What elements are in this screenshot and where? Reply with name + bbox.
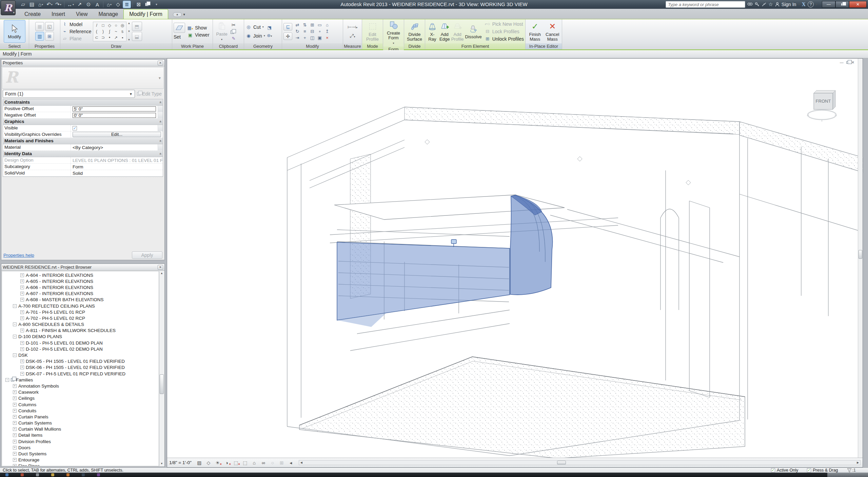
tree-item[interactable]: +Annotation Symbols: [2, 383, 159, 389]
tree-item[interactable]: +A-811 - FINISH & MILLWORK SCHEDULES: [2, 328, 159, 334]
tree-item[interactable]: −A-800 SCHEDULES & DETAILS: [2, 322, 159, 328]
tree-item[interactable]: +Conduits: [2, 408, 159, 414]
help-icon[interactable]: ?: [808, 1, 814, 7]
scroll-left-icon[interactable]: ◀: [299, 460, 304, 465]
minimize-button[interactable]: —: [822, 1, 835, 8]
subscription-key-icon[interactable]: [755, 2, 760, 7]
cancel-mass-button[interactable]: ✕ Cancel Mass: [545, 20, 561, 43]
ribbon-collapse-dropdown-icon[interactable]: ▼: [183, 13, 186, 16]
crop-view-off-icon[interactable]: ⬚×: [233, 460, 239, 465]
draw-tool-icon[interactable]: ◎: [119, 22, 126, 28]
tree-item[interactable]: +A-605 - INTERIOR ELEVATIONS: [2, 278, 159, 284]
customize-qat-icon[interactable]: ▼: [152, 1, 160, 8]
expand-icon[interactable]: +: [20, 292, 24, 295]
expand-icon[interactable]: +: [20, 341, 24, 345]
family-category-icon[interactable]: ◱: [45, 22, 54, 31]
modify-tool-icon[interactable]: ⊟: [309, 28, 316, 35]
property-value[interactable]: <By Category>: [71, 144, 158, 150]
match-type-icon[interactable]: ✎: [231, 36, 237, 41]
draw-tool-icon[interactable]: ▪: [119, 35, 126, 41]
tree-item[interactable]: −Families: [2, 377, 159, 383]
3d-view-scene[interactable]: [167, 59, 863, 458]
property-section-header[interactable]: Constraints«: [3, 99, 163, 106]
modify-tool-icon[interactable]: ⇥: [294, 35, 301, 41]
sync-icon[interactable]: ⌂▾: [37, 1, 45, 8]
panel-label-select[interactable]: Select: [0, 43, 29, 49]
search-input[interactable]: [666, 1, 745, 8]
tree-item[interactable]: +Division Profiles: [2, 438, 159, 444]
expand-icon[interactable]: +: [13, 384, 17, 388]
panel-label-properties[interactable]: Properties: [29, 43, 60, 49]
collapse-section-icon[interactable]: «: [157, 138, 163, 144]
finish-mass-button[interactable]: ✓ Finish Mass: [527, 20, 543, 43]
tree-item[interactable]: +A-604 - INTERIOR ELEVATIONS: [2, 272, 159, 278]
aligned-dimension-icon[interactable]: ↗: [76, 1, 84, 8]
tree-item[interactable]: +D-102 - PH-5 LEVEL 02 DEMO PLAN: [2, 346, 159, 352]
collapse-section-icon[interactable]: «: [157, 151, 163, 157]
ribbon-collapse-icon[interactable]: ▲: [173, 12, 182, 17]
preview-dropdown-icon[interactable]: ▼: [158, 76, 161, 80]
modify-tool-icon[interactable]: ∘: [316, 28, 323, 35]
properties-help-link[interactable]: Properties help: [3, 253, 34, 258]
modify-tool-icon[interactable]: ⌂: [323, 22, 331, 28]
align-icon[interactable]: ⊑: [283, 23, 292, 30]
tree-item[interactable]: +Flex Pipes: [2, 463, 159, 466]
expand-icon[interactable]: +: [20, 366, 24, 369]
draw-tool-icon[interactable]: (: [94, 28, 100, 35]
taskbar-app-icon[interactable]: [97, 473, 100, 476]
tree-item[interactable]: −D-100 DEMO PLANS: [2, 334, 159, 340]
apply-button[interactable]: Apply: [132, 251, 162, 259]
exchange-apps-icon[interactable]: X: [802, 1, 806, 7]
project-browser-close-icon[interactable]: ✕: [158, 265, 163, 270]
expand-icon[interactable]: +: [13, 403, 17, 407]
panel-label-geometry[interactable]: Geometry: [244, 43, 282, 49]
expand-icon[interactable]: +: [20, 372, 24, 376]
associate-parameter-button[interactable]: [158, 112, 163, 118]
expand-icon[interactable]: +: [13, 421, 17, 425]
project-browser-title-bar[interactable]: WEIDNER RESIDENCE.rvt - Project Browser …: [1, 264, 164, 271]
properties-palette-icon[interactable]: ▥: [35, 32, 44, 41]
solid-mode-icon[interactable]: ⬓: [132, 32, 142, 41]
open-icon[interactable]: ▱: [19, 1, 27, 8]
expand-icon[interactable]: +: [13, 458, 17, 462]
work-plane-show-button[interactable]: ▦●Show: [187, 25, 210, 31]
draw-grid-scroll[interactable]: ▲▼▼: [128, 22, 131, 41]
cut-geometry-button[interactable]: ◎Cut▾: [245, 24, 265, 30]
tab-insert[interactable]: Insert: [46, 9, 71, 19]
property-section-header[interactable]: Materials and Finishes«: [3, 138, 163, 144]
selection-filter-button[interactable]: :1: [847, 468, 856, 473]
collapse-icon[interactable]: −: [13, 304, 17, 308]
xray-button[interactable]: X-Ray: [427, 20, 438, 43]
properties-close-icon[interactable]: ✕: [158, 61, 163, 65]
expand-icon[interactable]: +: [20, 329, 24, 332]
tree-item[interactable]: −DSK: [2, 352, 159, 358]
expand-icon[interactable]: +: [13, 415, 17, 419]
tab-create[interactable]: Create: [19, 9, 46, 19]
view-cube[interactable]: FRONT: [806, 86, 843, 123]
visual-style-icon[interactable]: ◇: [205, 460, 212, 465]
pick-new-host-button[interactable]: ⌐○Pick New Host: [485, 21, 524, 27]
expand-icon[interactable]: +: [13, 409, 17, 413]
dimension-icon[interactable]: ⤢▾: [350, 33, 355, 39]
view-restore-icon[interactable]: [846, 60, 849, 65]
canvas-vertical-scrollbar[interactable]: [858, 59, 863, 458]
demolish-icon[interactable]: ⊛▾: [267, 33, 273, 38]
type-selector[interactable]: Form (1) ▼: [3, 90, 135, 98]
draw-tool-icon[interactable]: ⊂: [94, 35, 100, 41]
view-scale[interactable]: 1/8" = 1'-0": [169, 460, 192, 465]
draw-tool-icon[interactable]: ∫: [106, 28, 113, 35]
tag-icon[interactable]: ⊙: [84, 1, 93, 8]
copy-to-clipboard-icon[interactable]: [231, 29, 237, 35]
tree-item[interactable]: +A-702 - PH-5 LEVEL 02 RCP: [2, 315, 159, 321]
detail-level-icon[interactable]: ▨: [196, 460, 203, 465]
tree-item[interactable]: +Columns: [2, 401, 159, 408]
add-edge-button[interactable]: Add Edge: [439, 20, 450, 43]
undo-icon[interactable]: ↶▾: [45, 1, 54, 8]
draw-tool-icon[interactable]: ◇: [106, 22, 113, 28]
work-plane-viewer-button[interactable]: ▣Viewer: [187, 32, 210, 38]
save-icon[interactable]: ▤: [28, 1, 36, 8]
restore-button[interactable]: [835, 1, 849, 8]
expand-icon[interactable]: +: [20, 286, 24, 289]
drawing-area[interactable]: — ✕ FRONT 1/8" = 1'-0" ▨ ◇ ☀× ◑× ⬚× ⬚ ⌂ …: [167, 58, 863, 468]
modify-tool-icon[interactable]: ▭: [316, 22, 323, 28]
